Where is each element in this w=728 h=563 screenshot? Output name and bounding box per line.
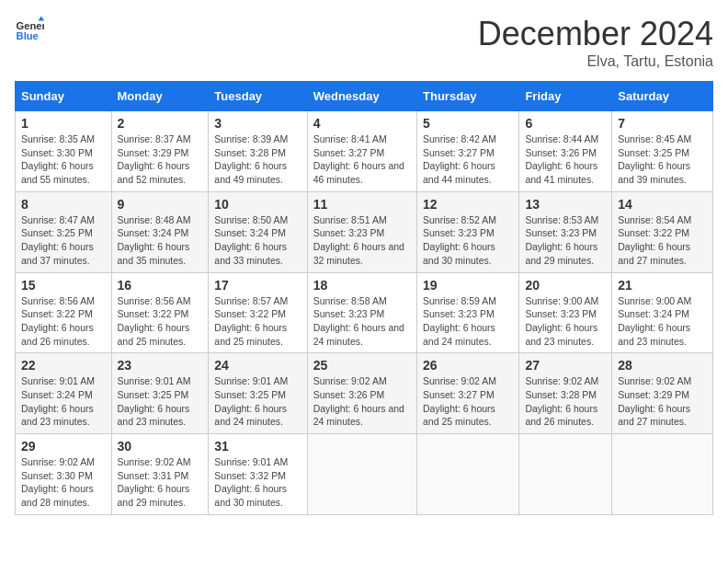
day-number: 5 [423, 116, 513, 131]
title-area: December 2024 Elva, Tartu, Estonia [478, 15, 713, 70]
calendar-cell [519, 434, 612, 515]
day-number: 3 [214, 116, 301, 131]
calendar-cell: 17 Sunrise: 8:57 AM Sunset: 3:22 PM Dayl… [209, 272, 307, 353]
day-number: 10 [214, 197, 301, 212]
calendar-cell: 12 Sunrise: 8:52 AM Sunset: 3:23 PM Dayl… [417, 191, 519, 272]
day-info: Sunrise: 8:59 AM Sunset: 3:23 PM Dayligh… [423, 294, 513, 349]
calendar-cell: 16 Sunrise: 8:56 AM Sunset: 3:22 PM Dayl… [111, 272, 209, 353]
calendar-cell: 31 Sunrise: 9:01 AM Sunset: 3:32 PM Dayl… [209, 434, 307, 515]
day-info: Sunrise: 9:02 AM Sunset: 3:30 PM Dayligh… [21, 455, 106, 510]
calendar-cell: 29 Sunrise: 9:02 AM Sunset: 3:30 PM Dayl… [16, 434, 112, 515]
day-number: 23 [118, 358, 203, 373]
day-number: 22 [21, 358, 106, 373]
calendar-cell: 8 Sunrise: 8:47 AM Sunset: 3:25 PM Dayli… [16, 191, 112, 272]
calendar-cell: 22 Sunrise: 9:01 AM Sunset: 3:24 PM Dayl… [16, 353, 112, 434]
day-number: 12 [423, 197, 513, 212]
svg-marker-2 [39, 17, 44, 21]
calendar-cell: 30 Sunrise: 9:02 AM Sunset: 3:31 PM Dayl… [111, 434, 209, 515]
day-info: Sunrise: 8:39 AM Sunset: 3:28 PM Dayligh… [214, 132, 301, 187]
calendar-cell: 13 Sunrise: 8:53 AM Sunset: 3:23 PM Dayl… [519, 191, 612, 272]
day-info: Sunrise: 9:00 AM Sunset: 3:24 PM Dayligh… [618, 294, 707, 349]
calendar-cell: 10 Sunrise: 8:50 AM Sunset: 3:24 PM Dayl… [209, 191, 307, 272]
day-info: Sunrise: 9:02 AM Sunset: 3:29 PM Dayligh… [618, 374, 707, 429]
header-friday: Friday [519, 82, 612, 111]
calendar-cell: 4 Sunrise: 8:41 AM Sunset: 3:27 PM Dayli… [307, 111, 416, 192]
calendar-cell: 15 Sunrise: 8:56 AM Sunset: 3:22 PM Dayl… [16, 272, 112, 353]
day-number: 21 [618, 278, 707, 293]
day-number: 6 [525, 116, 606, 131]
day-number: 9 [118, 197, 203, 212]
day-info: Sunrise: 8:47 AM Sunset: 3:25 PM Dayligh… [21, 213, 106, 268]
calendar-cell: 9 Sunrise: 8:48 AM Sunset: 3:24 PM Dayli… [111, 191, 209, 272]
calendar-cell: 14 Sunrise: 8:54 AM Sunset: 3:22 PM Dayl… [612, 191, 713, 272]
day-info: Sunrise: 9:00 AM Sunset: 3:23 PM Dayligh… [525, 294, 606, 349]
location-title: Elva, Tartu, Estonia [478, 53, 713, 70]
day-info: Sunrise: 8:41 AM Sunset: 3:27 PM Dayligh… [313, 132, 411, 187]
header-saturday: Saturday [612, 82, 713, 111]
svg-text:General: General [17, 20, 44, 31]
day-info: Sunrise: 9:02 AM Sunset: 3:27 PM Dayligh… [423, 374, 513, 429]
day-number: 17 [214, 278, 301, 293]
day-number: 4 [313, 116, 411, 131]
calendar-cell [612, 434, 713, 515]
day-info: Sunrise: 9:01 AM Sunset: 3:24 PM Dayligh… [21, 374, 106, 429]
day-number: 19 [423, 278, 513, 293]
day-info: Sunrise: 8:42 AM Sunset: 3:27 PM Dayligh… [423, 132, 513, 187]
month-title: December 2024 [478, 15, 713, 53]
calendar-cell: 7 Sunrise: 8:45 AM Sunset: 3:25 PM Dayli… [612, 111, 713, 192]
svg-text:Blue: Blue [17, 30, 39, 41]
calendar-cell: 25 Sunrise: 9:02 AM Sunset: 3:26 PM Dayl… [307, 353, 416, 434]
day-info: Sunrise: 8:53 AM Sunset: 3:23 PM Dayligh… [525, 213, 606, 268]
calendar-cell: 24 Sunrise: 9:01 AM Sunset: 3:25 PM Dayl… [209, 353, 307, 434]
day-info: Sunrise: 9:02 AM Sunset: 3:26 PM Dayligh… [313, 374, 411, 429]
calendar-cell: 28 Sunrise: 9:02 AM Sunset: 3:29 PM Dayl… [612, 353, 713, 434]
page-header: General Blue December 2024 Elva, Tartu, … [15, 15, 713, 70]
header-thursday: Thursday [417, 82, 519, 111]
day-info: Sunrise: 8:54 AM Sunset: 3:22 PM Dayligh… [618, 213, 707, 268]
day-number: 25 [313, 358, 411, 373]
day-info: Sunrise: 8:51 AM Sunset: 3:23 PM Dayligh… [313, 213, 411, 268]
day-info: Sunrise: 8:35 AM Sunset: 3:30 PM Dayligh… [21, 132, 106, 187]
calendar-cell: 11 Sunrise: 8:51 AM Sunset: 3:23 PM Dayl… [307, 191, 416, 272]
day-info: Sunrise: 8:45 AM Sunset: 3:25 PM Dayligh… [618, 132, 707, 187]
calendar-week-2: 8 Sunrise: 8:47 AM Sunset: 3:25 PM Dayli… [16, 191, 713, 272]
day-number: 15 [21, 278, 106, 293]
calendar-table: SundayMondayTuesdayWednesdayThursdayFrid… [15, 81, 713, 515]
header-wednesday: Wednesday [307, 82, 416, 111]
day-info: Sunrise: 9:01 AM Sunset: 3:25 PM Dayligh… [214, 374, 301, 429]
day-info: Sunrise: 8:58 AM Sunset: 3:23 PM Dayligh… [313, 294, 411, 349]
day-info: Sunrise: 8:56 AM Sunset: 3:22 PM Dayligh… [118, 294, 203, 349]
calendar-cell: 27 Sunrise: 9:02 AM Sunset: 3:28 PM Dayl… [519, 353, 612, 434]
day-number: 8 [21, 197, 106, 212]
calendar-cell: 2 Sunrise: 8:37 AM Sunset: 3:29 PM Dayli… [111, 111, 209, 192]
calendar-cell: 26 Sunrise: 9:02 AM Sunset: 3:27 PM Dayl… [417, 353, 519, 434]
day-info: Sunrise: 8:57 AM Sunset: 3:22 PM Dayligh… [214, 294, 301, 349]
day-number: 13 [525, 197, 606, 212]
header-monday: Monday [111, 82, 209, 111]
logo: General Blue [15, 15, 44, 44]
calendar-week-1: 1 Sunrise: 8:35 AM Sunset: 3:30 PM Dayli… [16, 111, 713, 192]
logo-icon: General Blue [15, 15, 44, 44]
calendar-cell [417, 434, 519, 515]
header-tuesday: Tuesday [209, 82, 307, 111]
day-info: Sunrise: 9:02 AM Sunset: 3:31 PM Dayligh… [118, 455, 203, 510]
day-info: Sunrise: 8:48 AM Sunset: 3:24 PM Dayligh… [118, 213, 203, 268]
day-number: 31 [214, 439, 301, 454]
day-number: 7 [618, 116, 707, 131]
day-number: 24 [214, 358, 301, 373]
calendar-cell: 19 Sunrise: 8:59 AM Sunset: 3:23 PM Dayl… [417, 272, 519, 353]
calendar-cell: 1 Sunrise: 8:35 AM Sunset: 3:30 PM Dayli… [16, 111, 112, 192]
calendar-cell: 6 Sunrise: 8:44 AM Sunset: 3:26 PM Dayli… [519, 111, 612, 192]
day-info: Sunrise: 8:37 AM Sunset: 3:29 PM Dayligh… [118, 132, 203, 187]
day-info: Sunrise: 9:01 AM Sunset: 3:25 PM Dayligh… [118, 374, 203, 429]
day-number: 30 [118, 439, 203, 454]
day-info: Sunrise: 8:44 AM Sunset: 3:26 PM Dayligh… [525, 132, 606, 187]
day-number: 28 [618, 358, 707, 373]
day-number: 26 [423, 358, 513, 373]
header-sunday: Sunday [16, 82, 112, 111]
day-number: 1 [21, 116, 106, 131]
calendar-week-4: 22 Sunrise: 9:01 AM Sunset: 3:24 PM Dayl… [16, 353, 713, 434]
day-number: 20 [525, 278, 606, 293]
calendar-cell [307, 434, 416, 515]
day-info: Sunrise: 8:56 AM Sunset: 3:22 PM Dayligh… [21, 294, 106, 349]
